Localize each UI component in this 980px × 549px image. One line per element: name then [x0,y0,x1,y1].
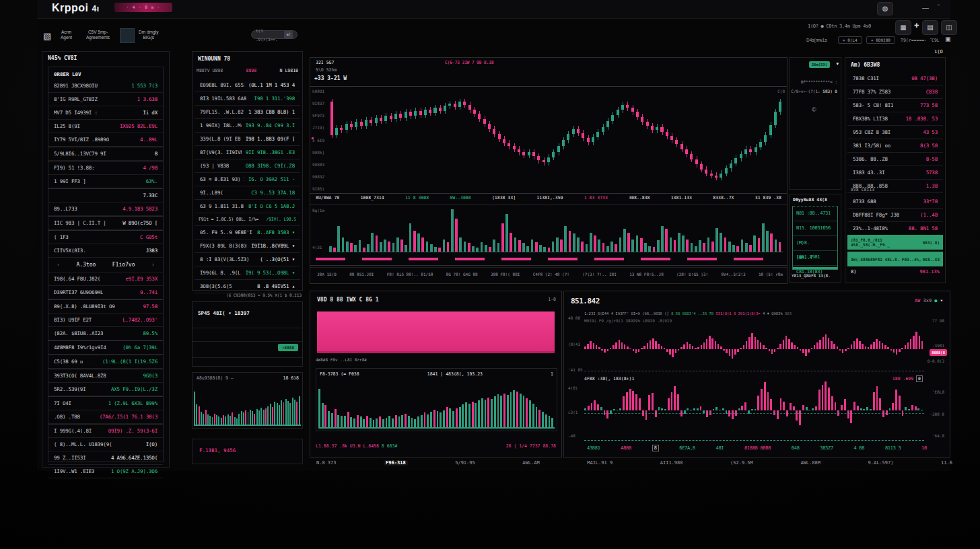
sidebar-row[interactable]: 82891 J8CX98OIU1 553 7(3 [48,79,163,93]
mode-badge[interactable]: 38m(53( [809,61,830,68]
pair-label[interactable]: 32I 5G7 [316,60,334,65]
sidebar-row[interactable]: ( 8)..ML.L. U1839(9(I(O) [48,438,163,451]
sidebar-row[interactable]: 7.33C [48,188,163,203]
templates-dropdown[interactable]: T9(r=====- ˇ [901,38,932,43]
watchlist-row[interactable]: F91t = I.8C.5) 88L. I/%=/9IV(. L98.5 [195,213,300,226]
candle-body [572,129,575,135]
session-volume-chart[interactable] [318,382,555,429]
menu-item-2[interactable]: C5V 5mp-Agreements [86,30,110,40]
orderbook-row[interactable]: D8FF88I F8g* J38(1..48 [847,209,943,222]
orderbook-row[interactable]: F8X38% L1I3818 .838. 53 [847,112,943,126]
sidebar-row[interactable]: ( 1F3C G05t [48,230,163,244]
candle-area[interactable]: h989I9I8375F972J7I9)5 6I99985]998839983Z… [310,86,787,194]
sidebar-row[interactable]: 5R2..539(9IAX5 F9..I9(L./3Z [48,383,163,396]
sidebar-row[interactable]: .O8) .T88(7A6/.I5(1 76.1 38(3 [48,410,163,424]
add-icon[interactable]: ✚ [914,22,919,29]
sidebar-row[interactable]: 99 Z..II53I4 A96.64ZE.135O( [48,451,163,465]
orderbook-row[interactable]: 7838 C31I08 47(38) [847,72,943,85]
csl-icon[interactable]: C9L [932,38,940,43]
watchlist-row[interactable]: 87(V9(3. II9IVM979II 9I8..38G1 .E3 [195,146,300,159]
sidebar-row[interactable]: MV7 D5 I4939I :Ii dX [48,106,163,120]
orderbook-row[interactable]: 8733 68833*78 [847,195,943,209]
watchlist-row[interactable]: F9X(3 89L 8(3(8)LI9I18..8(V89L ▾ [195,240,300,253]
chart-type-icon[interactable]: ▧ [43,31,51,41]
sidebar-row[interactable]: 8'IG R9RL_G78IZ1 3.638 [48,93,163,106]
browse-button[interactable]: + 8O9I88 [866,36,895,44]
bar [328,411,330,427]
watchlist-row[interactable]: I99(6L 8. .9(L.38(5I9( 9 53(,.O98L ▾ [195,266,300,280]
bar [516,392,518,427]
watchlist-row[interactable]: 339(L.8 (9I E8 G)I98 1..883 O9(F ] [195,133,300,146]
window-caret-icon[interactable]: ˇ [938,4,940,11]
layout-icon[interactable]: ◫ [941,20,957,35]
add-tab-button[interactable]: + 8(L4 [838,36,862,44]
bar [797,347,799,349]
watchlist-row[interactable]: 63 = 8.E31 93) I:.I6. O 39A2 511 · [195,173,300,186]
watchlist-row[interactable]: 8 :I 83(V(3L.5Z3)( ..3(O(51 ▾ [195,253,300,266]
panel-toggle-icon[interactable]: ▣ [945,36,951,42]
window-minimize-icon[interactable]: — [922,4,929,11]
sidebar-row[interactable]: FI9) 51 !3.88:4 /98 [48,161,163,175]
menu-item-1[interactable]: AcrmAgent [61,30,72,40]
mini-volume-chart[interactable] [194,384,301,426]
watchlist-row[interactable]: 63 9 1.811 31.8!8'I O C6 5 1A8.J [195,200,300,213]
watchlist-row[interactable]: 9I..L89(C3 9..53 37A.18 [195,186,300,200]
watchlist-row[interactable]: 8I3 19IL.583 6A8I98 1 311.'398 [195,92,300,106]
watchlist-row[interactable]: E09E8L 89I. 6552(0L.1 1M 1 453 4 [195,79,300,92]
sidebar-row[interactable]: 4#8M8F8 I9%r1gv9I4(0h 6a 7(39L [48,340,163,355]
sidebar-row[interactable]: 7I O4I1 (Z.9L 6X3L 899% [48,396,163,410]
color-swatch[interactable] [120,28,135,43]
sidebar-row[interactable]: C5(38 69 u(1:9L.(8(1 I(19.5Z6 [48,355,163,369]
watchlist-row[interactable]: 05. F9 5..9 9E8E'I8..AF8 3583 ▾ [195,226,300,240]
bar [831,341,833,349]
watchlist-row[interactable]: (93 | V838O88 3I98. C9I(.Z8 [195,159,300,173]
depth-toggle[interactable]: 1-8 [548,297,556,302]
oscillator-controls[interactable]: AW 3x9 ● ▾ [915,298,943,303]
watchlist-row[interactable]: 3O8(3(5.6(58 .8 49IV51 ▴ [195,280,300,293]
orderbook-row[interactable]: I383 43..3I5738 [847,166,943,180]
timeframe-label[interactable]: +33 3-21 W [314,75,347,81]
sidebar-row[interactable]: 1I9V..W1 .EIE31 O(9Z A.J9).3O6 [48,465,163,478]
interval-label[interactable]: 5\O 52hm [316,67,337,73]
sidebar-row[interactable]: I98(.64 F8U.J82(e9I.E9 353X [48,272,163,286]
sidebar-row[interactable]: 393T3(O( 8AV4L.8Z89G0(3 [48,369,163,383]
grid-view-icon[interactable]: ▦ [895,20,911,35]
orderbook-row[interactable]: 953 C8Z 8 38I43 53 [847,126,943,139]
sidebar-row[interactable]: IL25 8(9IIX925 82L.E9L [48,120,163,133]
sidebar-row[interactable]: CIIV5X(8I3.J383 [48,244,163,258]
oscillator-chart[interactable] [584,326,924,368]
watchlist-row[interactable]: 1 99IX) I8L..M4L8I93 9..84 C99 3.I [195,119,300,133]
sidebar-row[interactable]: 89..L7334.9.183 5823 [48,203,163,216]
menu-item-3[interactable]: Dm dmgIyBIG(s [139,30,159,40]
calendar-icon[interactable]: ▤ [922,20,938,35]
search-input[interactable]: t(1 .9(r(3==. a! [251,30,298,39]
watchlist-row[interactable]: 79FL15. .W.L.82(.1 383 C88 8L8) 1 [195,106,300,119]
sidebar-row[interactable]: IIC 983 | C.II.T |W 89O(c75O [ [48,216,163,230]
delta-chart[interactable] [584,386,924,438]
bar [720,346,722,349]
buy-mini-button[interactable]: ↑8888 [278,344,298,351]
deposit-row: N15. 10031656 [793,221,837,236]
candle-body [444,106,446,111]
candlestick-chart[interactable] [329,89,783,190]
sidebar-row[interactable]: D39RTI37 6U9O69HL9..74i [48,286,163,299]
orderbook-highlight-row[interactable]: 3W(.588689F81 48L.8. F03..4%,958..X3 [847,252,943,266]
sidebar-row[interactable]: I 999G(.4(.8IO9I9) .Z. 59(3-6I [48,424,163,438]
orderbook-row[interactable]: 583- 5 C8! 8I1773 58 [847,99,943,112]
bar [650,340,652,349]
sidebar-row[interactable]: ‹A.3tooF1io7vo› [48,258,163,272]
candle-body [641,117,643,122]
sidebar-row[interactable]: (82A. $8IU8..AI2389.5% [48,327,163,340]
sidebar-row[interactable]: 1 99I FF3 ]63%. [48,175,163,188]
sidebar-row[interactable]: 89(.X.8) .8LU89I3t O997.58 [48,299,163,314]
volume-area[interactable]: 8q(1m4(31 [310,205,787,252]
sidebar-row[interactable]: 8I3) U9IF E2TL.7482..O93' [48,314,163,327]
sidebar-row[interactable]: 5/9L8I6..13VC79 9I8 [48,147,163,161]
orderbook-highlight-row[interactable]: (81_F8.0_/811 458,_58(.M,_F9._983(.8) [847,235,943,250]
orderbook-row[interactable]: 5386. 88..Z88-58 [847,153,943,166]
orderbook-row[interactable]: 381 I3/58) oo8(3 58 [847,139,943,153]
sidebar-row[interactable]: IY79 5VI/8IZ .8989O4..89L [48,133,163,147]
orderbook-row[interactable]: 77F8 37% Z583C838 [847,85,943,99]
notifications-icon[interactable]: ◍ [877,2,893,15]
mode-caret-icon[interactable]: ▾ [836,61,839,67]
